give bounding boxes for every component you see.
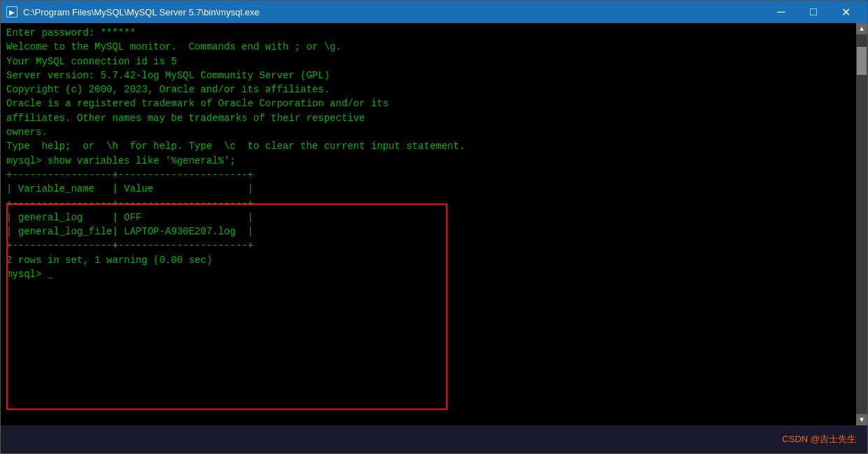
terminal-line: mysql> show variables like '%general%'; — [6, 154, 850, 168]
terminal-content[interactable]: Enter password: ******Welcome to the MyS… — [1, 23, 856, 425]
app-icon: ▶ — [6, 6, 18, 17]
terminal-line: +-----------------+---------------------… — [6, 197, 850, 211]
scroll-up-arrow[interactable]: ▲ — [856, 23, 867, 34]
watermark-text: CSDN @吉士先生 — [782, 434, 856, 444]
title-bar: ▶ C:\Program Files\MySQL\MySQL Server 5.… — [1, 1, 867, 23]
terminal-line: Server version: 5.7.42-log MySQL Communi… — [6, 69, 850, 83]
title-bar-controls: ─ □ ✕ — [765, 1, 862, 23]
scrollbar-track — [856, 34, 867, 414]
window-title: C:\Program Files\MySQL\MySQL Server 5.7\… — [23, 7, 260, 17]
watermark: CSDN @吉士先生 — [782, 433, 856, 446]
title-bar-left: ▶ C:\Program Files\MySQL\MySQL Server 5.… — [6, 6, 260, 17]
terminal-line: 2 rows in set, 1 warning (0.00 sec) — [6, 253, 850, 267]
terminal-line: | general_log | OFF | — [6, 211, 850, 225]
terminal-area: Enter password: ******Welcome to the MyS… — [1, 23, 867, 425]
terminal-line: | Variable_name | Value | — [6, 182, 850, 196]
scroll-down-arrow[interactable]: ▼ — [856, 414, 867, 425]
terminal-line: affiliates. Other names may be trademark… — [6, 111, 850, 125]
terminal-line: Oracle is a registered trademark of Orac… — [6, 97, 850, 111]
window: ▶ C:\Program Files\MySQL\MySQL Server 5.… — [0, 0, 868, 454]
close-button[interactable]: ✕ — [830, 1, 862, 23]
terminal-line: Enter password: ****** — [6, 26, 850, 40]
terminal-line: Type help; or \h for help. Type \c to cl… — [6, 139, 850, 153]
minimize-button[interactable]: ─ — [765, 1, 797, 23]
scrollbar-thumb[interactable] — [857, 47, 867, 75]
scrollbar[interactable]: ▲ ▼ — [856, 23, 867, 425]
taskbar: CSDN @吉士先生 — [1, 425, 867, 453]
terminal-line: Your MySQL connection id is 5 — [6, 55, 850, 69]
terminal-line: Copyright (c) 2000, 2023, Oracle and/or … — [6, 83, 850, 97]
terminal-line: owners. — [6, 125, 850, 139]
terminal-line: Welcome to the MySQL monitor. Commands e… — [6, 40, 850, 54]
maximize-button[interactable]: □ — [797, 1, 830, 23]
terminal-line: | general_log_file| LAPTOP-A930E207.log … — [6, 225, 850, 239]
terminal-line: mysql> _ — [6, 267, 850, 281]
terminal-line: +-----------------+---------------------… — [6, 239, 850, 253]
terminal-line: +-----------------+---------------------… — [6, 168, 850, 182]
